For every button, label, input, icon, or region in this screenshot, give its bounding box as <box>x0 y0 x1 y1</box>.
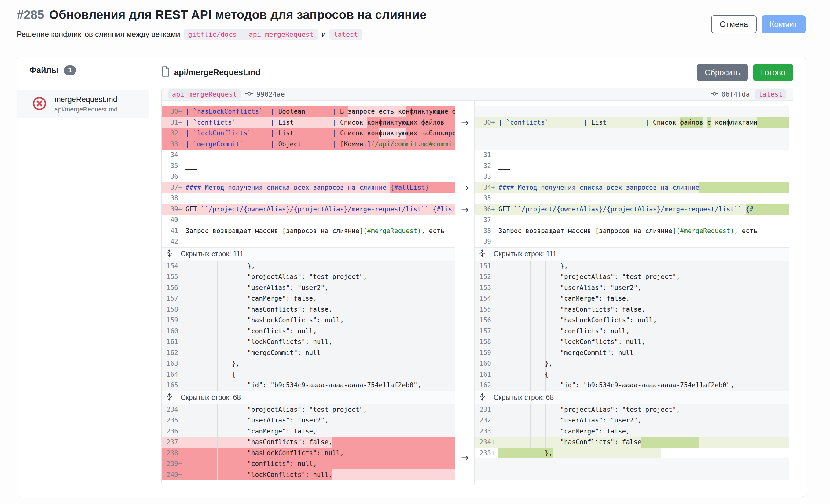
hidden-lines-expander[interactable]: Скрытых строк: 68 <box>475 391 789 404</box>
alignment-spacer <box>475 459 789 480</box>
diff-line: 37 <box>475 215 789 226</box>
commit-button[interactable]: Коммит <box>762 15 805 33</box>
diff-sign: − <box>178 448 184 459</box>
diff-line: 238− "hasLockConflicts": null, <box>162 448 455 459</box>
diff-line: 39 <box>475 236 789 247</box>
line-number: 163 <box>162 358 178 369</box>
line-number: 35 <box>162 161 178 172</box>
file-list-item[interactable]: mergeRequest.md api/mergeRequest.md <box>17 90 149 118</box>
diff-sign <box>491 293 497 304</box>
diff-sign <box>178 236 184 247</box>
line-number: 159 <box>475 347 491 359</box>
diff-pane-target[interactable]: 30+| `conflicts` | List | Список файлов … <box>474 101 789 485</box>
page-header: #285Обновления для REST API методов для … <box>0 0 830 40</box>
diff-sign <box>491 337 497 347</box>
line-number: 236 <box>162 426 178 437</box>
line-number: 40 <box>162 215 178 226</box>
diff-line: 234 "projectAlias": "test-project", <box>162 404 455 415</box>
diff-line: 35 <box>475 193 789 204</box>
line-number: 239 <box>162 459 178 469</box>
diff-sign: + <box>491 448 497 459</box>
diff-sign <box>178 337 184 347</box>
line-number: 31 <box>475 150 491 161</box>
diff-line: 30+| `conflicts` | List | Список файлов … <box>475 117 789 128</box>
diff-sign <box>178 404 184 415</box>
line-number: 153 <box>475 282 491 294</box>
conjunction-text: и <box>321 30 326 39</box>
line-number: 39 <box>162 204 178 215</box>
diff-sign: − <box>178 459 184 469</box>
file-name: mergeRequest.md <box>54 95 118 104</box>
diff-sign <box>178 215 184 226</box>
diff-line: 37−#### Метод получения списка всех запр… <box>162 182 455 193</box>
diff-sign: − <box>178 469 184 480</box>
diff-line: 158 "lockConflicts": null, <box>475 337 789 347</box>
diff-line: 239− "conflicts": null, <box>162 459 455 469</box>
diff-sign <box>178 226 184 237</box>
line-number: 234 <box>475 437 491 448</box>
diff-sign <box>178 326 184 337</box>
diff-sign <box>491 426 497 437</box>
diff-line: 41Запрос возвращает массив [запросов на … <box>162 226 455 237</box>
apply-change-arrow-button[interactable]: → <box>461 182 469 193</box>
right-branch-chip[interactable]: latest <box>755 90 786 99</box>
diff-sign <box>491 347 497 359</box>
reset-button[interactable]: Сбросить <box>697 64 748 81</box>
source-branch-chip[interactable]: gitflic/docs - api_mergeRequest <box>184 29 318 40</box>
diff-line: 35___ <box>162 161 455 172</box>
diff-sign <box>491 358 497 369</box>
apply-change-arrow-button[interactable]: → <box>461 452 469 463</box>
conflict-workspace: Файлы 1 mergeRequest.md api/mergeRequest… <box>17 57 806 497</box>
line-number: 33 <box>475 171 491 182</box>
diff-line: 153 "userAlias": "user2", <box>475 282 789 294</box>
page-title: #285Обновления для REST API методов для … <box>17 8 426 22</box>
left-branch-chip[interactable]: api_mergeRequest <box>168 90 241 99</box>
diff-line: 36+GET ``/project/{ownerAlias}/{projectA… <box>475 204 789 215</box>
diff-sign: − <box>178 139 184 150</box>
line-number: 160 <box>475 358 491 369</box>
diff-line: 156 "hasLockConflicts": null, <box>475 315 789 326</box>
line-number: 159 <box>162 315 178 326</box>
line-number: 158 <box>162 304 178 315</box>
hidden-lines-label: Скрытых строк: 111 <box>493 250 556 258</box>
apply-change-arrow-button[interactable]: → <box>461 117 469 128</box>
diff-sign <box>491 380 497 391</box>
done-button[interactable]: Готово <box>753 64 793 81</box>
hidden-lines-expander[interactable]: Скрытых строк: 111 <box>475 247 789 261</box>
diff-sign <box>178 161 184 172</box>
diff-line: 31−| `conflicts` | List | Список конфлик… <box>162 117 455 128</box>
diff-sign <box>491 304 497 315</box>
diff-pane-source[interactable]: 30−| `hasLockConflicts` | Boolean | В за… <box>162 101 455 485</box>
files-title: Файлы <box>29 66 58 75</box>
conflict-error-icon <box>32 97 46 112</box>
diff-line: 33−| `mergeCommit` | Object | [Коммит](/… <box>162 139 455 150</box>
target-branch-chip[interactable]: latest <box>329 29 362 40</box>
diff-line: 34 <box>162 150 455 161</box>
unfold-lines-icon <box>166 249 173 259</box>
cancel-button[interactable]: Отмена <box>711 15 757 33</box>
diff-sign: + <box>491 437 497 448</box>
hidden-lines-expander[interactable]: Скрытых строк: 68 <box>162 391 455 404</box>
line-number: 32 <box>162 128 178 139</box>
file-texts: mergeRequest.md api/mergeRequest.md <box>54 95 118 113</box>
right-commit: 06f4fda <box>710 91 750 98</box>
line-number: 157 <box>162 293 178 304</box>
diff-sign <box>491 415 497 426</box>
alignment-spacer <box>475 128 789 150</box>
line-number: 34 <box>162 150 178 161</box>
line-number: 30 <box>475 117 491 128</box>
diff-line: 163 }, <box>162 358 455 369</box>
apply-change-arrow-button[interactable]: → <box>461 204 469 215</box>
right-commit-hash[interactable]: 06f4fda <box>722 91 750 98</box>
diff-line: 162 "id": "b9c534c9-aaaa-aaaa-aaaa-754e1… <box>475 380 789 391</box>
diff-sign <box>178 369 184 380</box>
commit-icon <box>710 91 719 98</box>
diff-card: api_mergeRequest 99024ae <box>161 88 793 485</box>
diff-sign: − <box>178 106 184 117</box>
hidden-lines-expander[interactable]: Скрытых строк: 111 <box>162 247 455 261</box>
hidden-lines-label: Скрытых строк: 68 <box>493 394 554 402</box>
left-commit-hash[interactable]: 99024ae <box>256 91 285 98</box>
line-number: 38 <box>475 226 491 237</box>
line-number: 162 <box>162 347 178 359</box>
diff-sign <box>491 150 497 161</box>
